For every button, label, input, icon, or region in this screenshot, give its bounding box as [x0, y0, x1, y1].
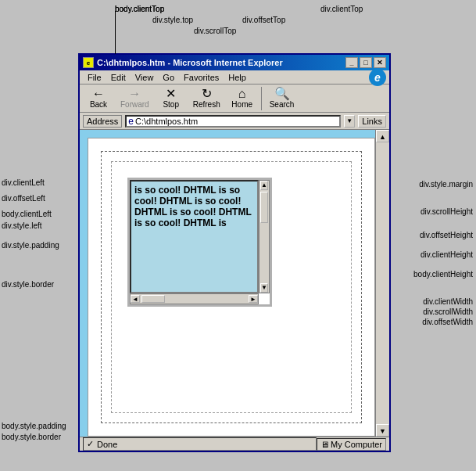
- outer-dashed-box: is so cool! DHTML is so cool! DHTML is s…: [101, 151, 362, 423]
- forward-icon: →: [128, 88, 141, 100]
- label-div-style-top: div.style.top: [152, 16, 193, 24]
- title-bar: e C:\dhtmlpos.htm - Microsoft Internet E…: [80, 55, 389, 70]
- refresh-label: Refresh: [193, 100, 220, 109]
- ie-logo: e: [369, 69, 386, 86]
- search-icon: 🔍: [274, 88, 290, 100]
- status-done: Done: [97, 440, 117, 449]
- forward-label: Forward: [120, 100, 149, 109]
- stop-label: Stop: [163, 100, 179, 109]
- links-button[interactable]: Links: [358, 115, 386, 128]
- label-body-client-left: body.clientLeft: [2, 210, 52, 218]
- back-label: Back: [90, 100, 107, 109]
- label-div-offset-width: div.offsetWidth: [422, 318, 473, 326]
- label-body-client-height: body.clientHeight: [413, 270, 473, 279]
- label-div-offset-height: div.offsetHeight: [420, 231, 473, 239]
- search-button[interactable]: 🔍 Search: [265, 86, 299, 110]
- div-scrollbar-v[interactable]: ▲ ▼: [259, 180, 270, 293]
- ie-window: e C:\dhtmlpos.htm - Microsoft Internet E…: [78, 53, 391, 452]
- scrollable-div: is so cool! DHTML is so cool! DHTML is s…: [127, 178, 272, 307]
- label-div-client-height: div.clientHeight: [421, 250, 473, 259]
- menu-go[interactable]: Go: [158, 71, 179, 84]
- label-div-scroll-height: div.scrollHeight: [421, 207, 473, 216]
- label-div-offset-left: div.offsetLeft: [2, 194, 45, 203]
- menu-file[interactable]: File: [83, 71, 106, 84]
- label-body-client-top-2: body.clientTop: [115, 5, 164, 13]
- address-value: C:\dhtmlpos.htm: [135, 117, 198, 126]
- scroll-left-btn[interactable]: ◄: [131, 295, 140, 303]
- label-div-scroll-top: div.scrollTop: [194, 27, 236, 35]
- status-bar: ✓ Done 🖥 My Computer: [80, 437, 389, 451]
- menu-view[interactable]: View: [131, 71, 159, 84]
- label-div-offset-top: div.offsetTop: [242, 16, 285, 24]
- scroll-hthumb[interactable]: [141, 295, 165, 303]
- address-ie-icon: e: [128, 116, 134, 127]
- content-scroll-up[interactable]: ▲: [376, 130, 389, 142]
- content-scroll-down[interactable]: ▼: [376, 424, 389, 437]
- menu-favorites[interactable]: Favorites: [179, 71, 224, 84]
- toolbar: ← Back → Forward ✕ Stop ↻ Refresh ⌂ Home…: [80, 84, 389, 113]
- arrow-body-client-top: [115, 11, 116, 54]
- title-bar-left: e C:\dhtmlpos.htm - Microsoft Internet E…: [83, 57, 283, 68]
- home-button[interactable]: ⌂ Home: [227, 86, 258, 110]
- status-right: 🖥 My Computer: [317, 438, 386, 451]
- menu-help[interactable]: Help: [224, 71, 251, 84]
- forward-button[interactable]: → Forward: [116, 86, 154, 110]
- ie-title-icon: e: [83, 57, 94, 68]
- title-buttons: _ □ ✕: [345, 57, 386, 68]
- home-icon: ⌂: [238, 88, 246, 100]
- status-zone: My Computer: [331, 440, 382, 449]
- inner-dashed-box: is so cool! DHTML is so cool! DHTML is s…: [111, 161, 352, 413]
- refresh-icon: ↻: [202, 88, 212, 100]
- refresh-button[interactable]: ↻ Refresh: [188, 86, 225, 110]
- status-icon: ✓: [87, 439, 94, 449]
- stop-icon: ✕: [166, 88, 176, 100]
- home-label: Home: [231, 100, 252, 109]
- scroll-up-btn[interactable]: ▲: [260, 181, 268, 190]
- div-text: is so cool! DHTML is so cool! DHTML is s…: [134, 185, 252, 228]
- content-area: is so cool! DHTML is so cool! DHTML is s…: [80, 130, 389, 451]
- content-scrollbar-v[interactable]: ▲ ▼: [375, 130, 389, 437]
- label-div-style-left: div.style.left: [2, 221, 42, 230]
- close-button[interactable]: ✕: [374, 57, 386, 68]
- page-content: is so cool! DHTML is so cool! DHTML is s…: [88, 138, 375, 437]
- label-client-top: div.clientTop: [320, 5, 363, 13]
- toolbar-separator: [261, 87, 262, 110]
- minimize-button[interactable]: _: [345, 57, 358, 68]
- status-left: ✓ Done: [83, 437, 317, 451]
- monitor-icon: 🖥: [320, 440, 329, 449]
- scroll-thumb[interactable]: [260, 192, 268, 223]
- back-icon: ←: [92, 88, 105, 100]
- maximize-button[interactable]: □: [360, 57, 372, 68]
- label-body-style-padding: body.style.padding: [2, 422, 66, 430]
- label-div-style-margin: div.style.margin: [419, 180, 473, 189]
- address-label: Address: [83, 115, 122, 128]
- label-div-scroll-width: div.scrollWidth: [423, 307, 473, 316]
- search-label: Search: [270, 100, 295, 109]
- stop-button[interactable]: ✕ Stop: [156, 86, 187, 110]
- label-div-client-width: div.clientWidth: [423, 297, 473, 306]
- address-input[interactable]: e C:\dhtmlpos.htm: [125, 115, 341, 128]
- address-bar: Address e C:\dhtmlpos.htm ▼ Links: [80, 113, 389, 130]
- menu-bar: File Edit View Go Favorites Help e: [80, 70, 389, 84]
- div-content: is so cool! DHTML is so cool! DHTML is s…: [130, 180, 259, 293]
- menu-edit[interactable]: Edit: [106, 71, 131, 84]
- label-div-style-padding: div.style.padding: [2, 241, 59, 250]
- label-body-style-border: body.style.border: [2, 433, 61, 441]
- address-dropdown[interactable]: ▼: [344, 115, 355, 128]
- scroll-down-btn[interactable]: ▼: [260, 283, 268, 293]
- label-div-style-border: div.style.border: [2, 280, 54, 289]
- window-title: C:\dhtmlpos.htm - Microsoft Internet Exp…: [97, 58, 283, 67]
- scroll-right-btn[interactable]: ►: [249, 295, 258, 303]
- div-scrollbar-h[interactable]: ◄ ►: [130, 293, 259, 304]
- back-button[interactable]: ← Back: [83, 86, 114, 110]
- label-div-client-left: div.clientLeft: [2, 178, 45, 187]
